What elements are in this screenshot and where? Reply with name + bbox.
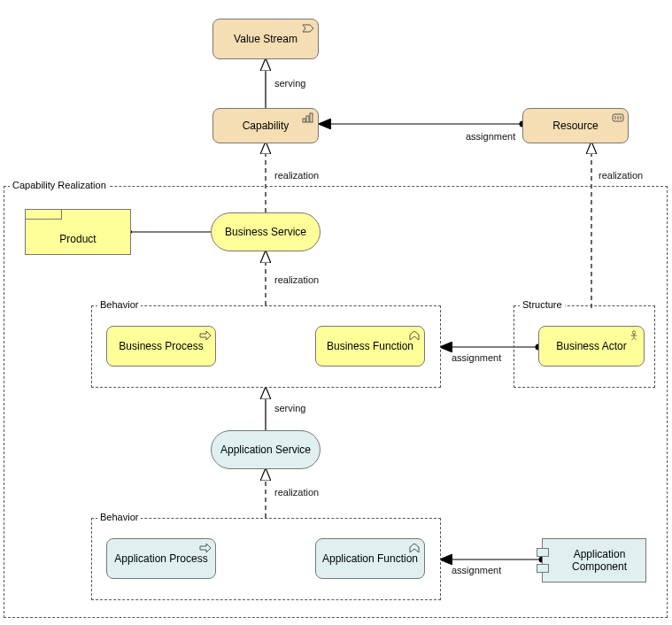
value-stream-icon	[302, 23, 314, 34]
behavior-group-1-label: Behavior	[97, 299, 141, 310]
product-label: Product	[59, 233, 96, 245]
capability-realization-group-label: Capability Realization	[10, 180, 109, 190]
application-component-node[interactable]: Application Component	[542, 538, 646, 583]
edge-serving-label: serving	[274, 403, 305, 413]
svg-line-23	[631, 338, 634, 341]
business-actor-node[interactable]: Business Actor	[538, 326, 645, 367]
edge-assignment-label: assignment	[466, 131, 515, 142]
edge-realization-label: realization	[274, 487, 319, 498]
business-actor-label: Business Actor	[556, 340, 626, 352]
application-process-label: Application Process	[114, 552, 207, 565]
application-function-node[interactable]: Application Function	[315, 538, 425, 579]
svg-rect-14	[306, 116, 309, 122]
resource-node[interactable]: Resource	[522, 108, 629, 143]
product-tab-icon	[25, 209, 62, 220]
business-service-node[interactable]: Business Service	[211, 212, 321, 251]
svg-point-20	[632, 331, 635, 334]
function-chevron-icon	[408, 543, 421, 553]
edge-realization-label: realization	[274, 170, 319, 181]
capability-icon	[302, 112, 314, 123]
edge-assignment-label: assignment	[452, 565, 501, 575]
business-process-label: Business Process	[119, 340, 203, 352]
business-service-label: Business Service	[225, 226, 306, 238]
behavior-group-2-label: Behavior	[97, 512, 141, 522]
product-node[interactable]: Product	[25, 209, 131, 255]
edge-realization-label: realization	[274, 274, 319, 285]
edge-assignment-label: assignment	[452, 352, 501, 363]
capability-node[interactable]: Capability	[212, 108, 319, 143]
business-process-node[interactable]: Business Process	[106, 326, 216, 367]
actor-person-icon	[628, 330, 640, 341]
structure-group-label: Structure	[520, 299, 565, 310]
application-process-node[interactable]: Application Process	[106, 538, 216, 579]
value-stream-label: Value Stream	[234, 33, 297, 45]
application-service-node[interactable]: Application Service	[211, 430, 321, 469]
edge-realization-label: realization	[599, 170, 643, 181]
svg-rect-15	[310, 113, 313, 122]
component-notch-icon	[537, 564, 549, 573]
svg-rect-13	[303, 119, 305, 122]
function-chevron-icon	[408, 330, 421, 341]
value-stream-node[interactable]: Value Stream	[212, 19, 319, 59]
capability-label: Capability	[243, 120, 290, 132]
business-function-label: Business Function	[327, 340, 413, 352]
component-notch-icon	[537, 548, 549, 557]
process-arrow-icon	[199, 330, 212, 341]
business-function-node[interactable]: Business Function	[315, 326, 425, 367]
process-arrow-icon	[199, 543, 212, 553]
resource-icon	[612, 112, 624, 123]
edge-serving-label: serving	[274, 78, 305, 89]
application-function-label: Application Function	[322, 552, 418, 565]
resource-label: Resource	[552, 120, 598, 132]
application-service-label: Application Service	[220, 444, 311, 456]
svg-line-24	[634, 338, 637, 341]
application-component-label: Application Component	[557, 548, 642, 573]
